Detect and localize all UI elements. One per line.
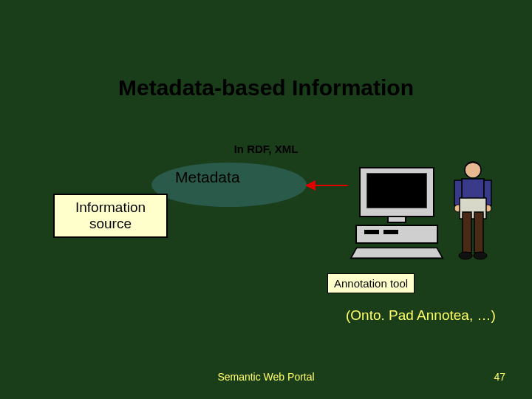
footer-title: Semantic Web Portal: [0, 371, 532, 383]
cpu-icon: [355, 225, 438, 244]
monitor-stand-icon: [387, 217, 406, 223]
information-source-box: Information source: [53, 194, 168, 238]
svg-point-10: [474, 252, 487, 259]
person-icon: [451, 160, 495, 270]
slide-subtitle: In RDF, XML: [0, 143, 532, 155]
page-number: 47: [494, 371, 505, 383]
arrow-left-icon: [305, 180, 348, 191]
monitor-icon: [359, 167, 434, 217]
screen-icon: [366, 173, 427, 208]
svg-rect-7: [463, 212, 471, 253]
annotation-tool-label: Annotation tool: [327, 273, 415, 293]
information-source-label: Information source: [75, 200, 146, 232]
metadata-label: Metadata: [175, 168, 240, 186]
slide-title: Metadata-based Information: [0, 75, 532, 100]
svg-point-9: [459, 252, 472, 259]
computer-icon: [352, 167, 441, 259]
examples-label: (Onto. Pad Annotea, …): [346, 307, 496, 324]
svg-rect-8: [474, 212, 483, 253]
keyboard-icon: [349, 248, 444, 259]
